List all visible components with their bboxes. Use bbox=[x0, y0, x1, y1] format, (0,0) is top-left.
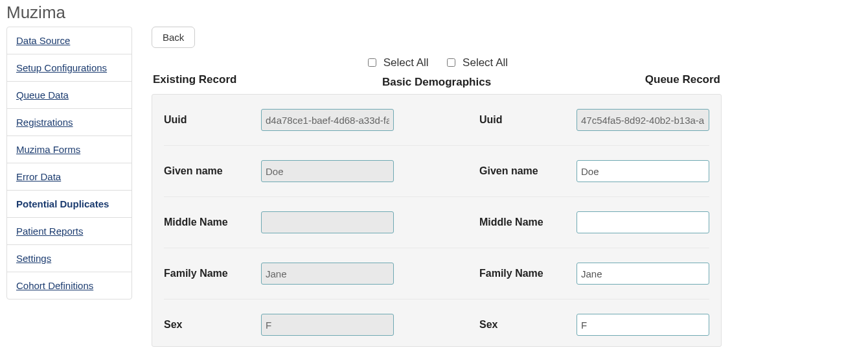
select-all-left-label: Select All bbox=[383, 56, 429, 69]
sidebar-item-data-source[interactable]: Data Source bbox=[7, 27, 131, 54]
row-given-name: Given name Given name bbox=[164, 146, 709, 197]
label-sex-queue: Sex bbox=[479, 318, 564, 332]
row-sex: Sex Sex bbox=[164, 299, 709, 340]
input-middle-name-existing[interactable] bbox=[261, 211, 394, 233]
queue-record-header: Queue Record bbox=[645, 73, 720, 86]
input-given-name-existing[interactable] bbox=[261, 160, 394, 182]
sidebar-item-potential-duplicates[interactable]: Potential Duplicates bbox=[7, 191, 131, 218]
input-sex-existing[interactable] bbox=[261, 314, 394, 336]
input-middle-name-queue[interactable] bbox=[577, 211, 709, 233]
row-uuid: Uuid Uuid bbox=[164, 95, 709, 146]
sidebar-item-queue-data[interactable]: Queue Data bbox=[7, 82, 131, 109]
select-all-right-label: Select All bbox=[463, 56, 508, 69]
label-family-name-existing: Family Name bbox=[164, 267, 248, 281]
select-all-left-checkbox[interactable] bbox=[368, 58, 376, 67]
back-button[interactable]: Back bbox=[152, 27, 195, 48]
select-all-right-checkbox[interactable] bbox=[447, 58, 455, 67]
sidebar-item-registrations[interactable]: Registrations bbox=[7, 109, 131, 136]
select-all-row: Select All Select All bbox=[152, 56, 722, 69]
select-all-right[interactable]: Select All bbox=[444, 56, 508, 69]
sidebar-item-setup-configurations[interactable]: Setup Configurations bbox=[7, 54, 131, 82]
main-content: Back Select All Select All Existing Reco… bbox=[152, 27, 722, 347]
page-title: Muzima bbox=[6, 3, 862, 23]
label-given-name-queue: Given name bbox=[479, 165, 564, 178]
sidebar-item-muzima-forms[interactable]: Muzima Forms bbox=[7, 136, 131, 163]
input-given-name-queue[interactable] bbox=[577, 160, 709, 182]
sidebar-item-cohort-definitions[interactable]: Cohort Definitions bbox=[7, 272, 131, 299]
sidebar: Data Source Setup Configurations Queue D… bbox=[6, 27, 132, 299]
sidebar-item-settings[interactable]: Settings bbox=[7, 245, 131, 272]
input-uuid-queue[interactable] bbox=[577, 109, 709, 131]
input-uuid-existing[interactable] bbox=[261, 109, 394, 131]
input-sex-queue[interactable] bbox=[577, 314, 709, 336]
label-uuid-queue: Uuid bbox=[479, 113, 564, 127]
row-middle-name: Middle Name Middle Name bbox=[164, 197, 709, 248]
label-middle-name-existing: Middle Name bbox=[164, 216, 248, 229]
input-family-name-existing[interactable] bbox=[261, 263, 394, 285]
section-title: Basic Demographics bbox=[152, 76, 722, 94]
label-middle-name-queue: Middle Name bbox=[479, 216, 564, 229]
input-family-name-queue[interactable] bbox=[577, 263, 709, 285]
existing-record-header: Existing Record bbox=[153, 73, 236, 86]
label-given-name-existing: Given name bbox=[164, 165, 248, 178]
select-all-left[interactable]: Select All bbox=[365, 56, 431, 69]
nav-list: Data Source Setup Configurations Queue D… bbox=[6, 27, 132, 299]
row-family-name: Family Name Family Name bbox=[164, 248, 709, 299]
label-family-name-queue: Family Name bbox=[479, 267, 564, 281]
label-uuid-existing: Uuid bbox=[164, 113, 248, 127]
demographics-section: Uuid Uuid Given name Given name Middle N… bbox=[152, 94, 722, 347]
label-sex-existing: Sex bbox=[164, 318, 248, 332]
sidebar-item-patient-reports[interactable]: Patient Reports bbox=[7, 218, 131, 245]
sidebar-item-error-data[interactable]: Error Data bbox=[7, 163, 131, 191]
